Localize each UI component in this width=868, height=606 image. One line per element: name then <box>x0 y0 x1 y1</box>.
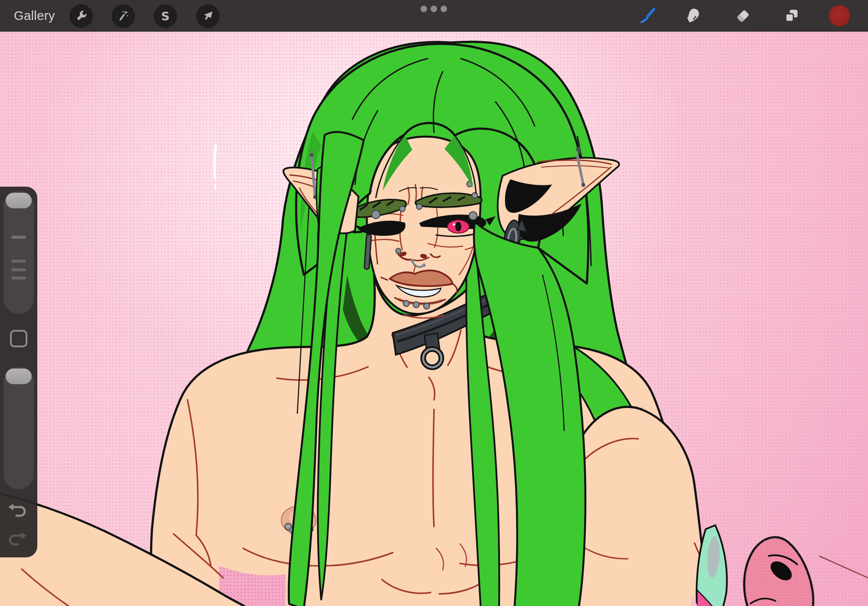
eraser-icon <box>732 5 754 27</box>
slider-tick <box>11 268 26 271</box>
gallery-button[interactable]: Gallery <box>14 0 55 32</box>
paint-tool-button[interactable] <box>635 3 660 29</box>
white-paint-stroke <box>214 145 216 189</box>
brush-size-handle[interactable] <box>6 193 32 208</box>
opacity-slider[interactable] <box>3 367 34 489</box>
adjustments-button[interactable] <box>112 4 135 28</box>
transform-button[interactable] <box>196 4 220 28</box>
layers-icon <box>781 5 802 27</box>
ellipsis-dot <box>431 6 437 12</box>
slider-tick <box>11 236 26 239</box>
brush-size-slider[interactable] <box>3 191 34 314</box>
redo-arrow-icon <box>6 530 29 550</box>
artwork-illustration <box>0 32 868 606</box>
wrench-icon <box>73 8 89 24</box>
modify-button[interactable] <box>10 330 27 347</box>
layers-button[interactable] <box>779 3 804 29</box>
smudge-finger-icon <box>683 5 705 27</box>
arrow-cursor-icon <box>200 8 216 24</box>
undo-button[interactable] <box>6 502 29 522</box>
thin-line-detail <box>819 556 868 578</box>
slider-tick <box>11 260 26 263</box>
smudge-tool-button[interactable] <box>681 3 707 29</box>
artwork-canvas[interactable] <box>0 32 868 606</box>
ellipsis-dot <box>441 6 447 12</box>
selection-button[interactable]: S <box>154 4 177 28</box>
svg-text:S: S <box>161 10 169 23</box>
undo-arrow-icon <box>6 502 29 522</box>
selection-s-icon: S <box>158 8 173 24</box>
actions-button[interactable] <box>69 4 93 28</box>
procreate-app: Gallery S <box>0 0 868 606</box>
redo-button[interactable] <box>6 530 29 550</box>
magic-wand-icon <box>115 8 131 24</box>
brush-sidebar <box>0 187 37 557</box>
paint-brush-icon <box>636 5 658 27</box>
pink-creature <box>690 525 813 606</box>
ellipsis-dot <box>421 6 427 12</box>
erase-tool-button[interactable] <box>730 3 756 29</box>
color-swatch-button[interactable] <box>829 5 850 26</box>
opacity-handle[interactable] <box>6 369 32 384</box>
top-toolbar: Gallery S <box>0 0 868 32</box>
more-menu-button[interactable] <box>421 6 447 12</box>
slider-tick <box>11 277 26 280</box>
